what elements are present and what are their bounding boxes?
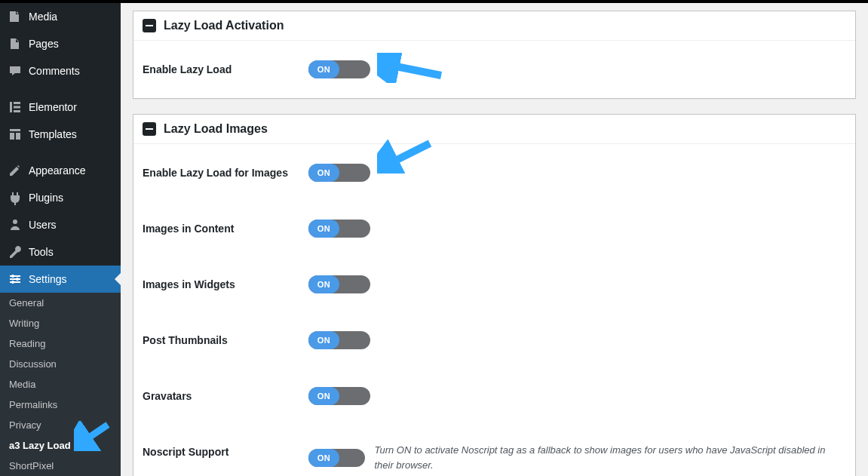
sidebar-item-users[interactable]: Users (0, 211, 121, 238)
comments-icon (8, 63, 23, 78)
toggle-images-in-widgets[interactable]: ON (308, 275, 370, 293)
users-icon (8, 217, 23, 232)
toggle-images-in-content[interactable]: ON (308, 220, 370, 238)
submenu-reading[interactable]: Reading (0, 333, 121, 354)
sidebar-item-label: Tools (29, 246, 54, 258)
pages-icon (8, 36, 23, 51)
sidebar-item-tools[interactable]: Tools (0, 238, 121, 266)
settings-submenu: General Writing Reading Discussion Media… (0, 293, 121, 476)
noscript-description: Turn ON to activate Noscript tag as a fa… (374, 443, 846, 472)
panel-title: Lazy Load Images (164, 122, 268, 136)
toggle-gravatars[interactable]: ON (308, 387, 370, 405)
sidebar-item-label: Media (29, 11, 57, 23)
sidebar-item-plugins[interactable]: Plugins (0, 184, 121, 211)
templates-icon (8, 127, 23, 142)
label-noscript-support: Noscript Support (143, 443, 308, 458)
admin-sidebar: Media Pages Comments Elementor Templates… (0, 3, 121, 476)
sidebar-item-label: Plugins (29, 192, 63, 204)
submenu-writing[interactable]: Writing (0, 313, 121, 333)
svg-rect-3 (14, 110, 20, 112)
svg-rect-1 (14, 102, 20, 104)
label-gravatars: Gravatars (143, 387, 308, 402)
sidebar-item-label: Appearance (29, 164, 86, 177)
submenu-a3-lazy-load[interactable]: a3 Lazy Load (0, 435, 121, 456)
sidebar-item-media[interactable]: Media (0, 3, 121, 30)
svg-rect-0 (10, 102, 12, 112)
tools-icon (8, 244, 23, 259)
appearance-icon (8, 163, 23, 178)
toggle-text: ON (308, 164, 339, 182)
svg-point-9 (16, 278, 19, 281)
toggle-noscript-support[interactable]: ON (308, 449, 365, 467)
content-area: Lazy Load Activation Enable Lazy Load ON… (121, 3, 868, 476)
elementor-icon (8, 100, 23, 115)
sidebar-item-pages[interactable]: Pages (0, 30, 121, 57)
submenu-privacy[interactable]: Privacy (0, 415, 121, 435)
panel-header[interactable]: Lazy Load Images (133, 115, 855, 144)
sidebar-item-label: Comments (29, 65, 80, 77)
toggle-text: ON (308, 220, 339, 238)
label-post-thumbnails: Post Thumbnails (143, 331, 308, 346)
submenu-shortpixel[interactable]: ShortPixel (0, 456, 121, 476)
submenu-media[interactable]: Media (0, 374, 121, 395)
svg-point-4 (13, 220, 17, 224)
svg-rect-2 (14, 106, 20, 109)
collapse-icon[interactable] (143, 122, 156, 136)
collapse-icon[interactable] (143, 19, 156, 32)
panel-header[interactable]: Lazy Load Activation (133, 11, 855, 41)
sidebar-item-appearance[interactable]: Appearance (0, 157, 121, 184)
submenu-general[interactable]: General (0, 293, 121, 313)
settings-icon (8, 272, 23, 287)
panel-lazy-load-images: Lazy Load Images Enable Lazy Load for Im… (133, 114, 856, 476)
panel-lazy-load-activation: Lazy Load Activation Enable Lazy Load ON (133, 11, 856, 99)
media-icon (8, 9, 23, 24)
sidebar-item-label: Templates (29, 128, 77, 140)
label-enable-lazy-load-images: Enable Lazy Load for Images (143, 164, 308, 179)
toggle-text: ON (308, 449, 339, 467)
toggle-text: ON (308, 387, 339, 405)
submenu-permalinks[interactable]: Permalinks (0, 395, 121, 415)
toggle-enable-lazy-load-images[interactable]: ON (308, 164, 370, 182)
sidebar-item-templates[interactable]: Templates (0, 121, 121, 148)
toggle-post-thumbnails[interactable]: ON (308, 331, 370, 349)
sidebar-item-elementor[interactable]: Elementor (0, 94, 121, 121)
sidebar-item-comments[interactable]: Comments (0, 57, 121, 84)
label-images-in-widgets: Images in Widgets (143, 275, 308, 290)
plugins-icon (8, 190, 23, 205)
svg-point-10 (11, 281, 14, 284)
sidebar-item-label: Users (29, 219, 57, 231)
sidebar-item-settings[interactable]: Settings (0, 266, 121, 293)
panel-title: Lazy Load Activation (164, 19, 284, 32)
toggle-text: ON (308, 275, 339, 293)
sidebar-item-label: Pages (29, 38, 59, 50)
sidebar-item-label: Elementor (29, 101, 77, 113)
svg-point-8 (11, 275, 14, 278)
label-enable-lazy-load: Enable Lazy Load (143, 60, 308, 75)
sidebar-item-label: Settings (29, 273, 67, 285)
label-images-in-content: Images in Content (143, 220, 308, 235)
submenu-discussion[interactable]: Discussion (0, 354, 121, 374)
toggle-enable-lazy-load[interactable]: ON (308, 60, 370, 78)
toggle-text: ON (308, 331, 339, 349)
toggle-text: ON (308, 60, 339, 78)
